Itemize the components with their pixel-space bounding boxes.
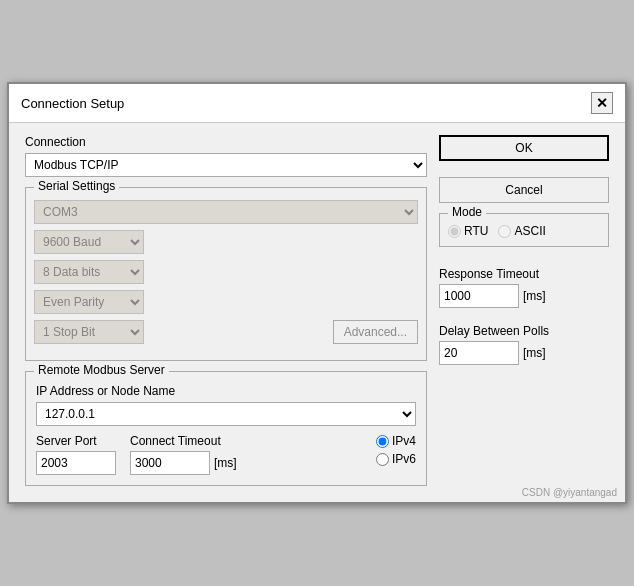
remote-modbus-label: Remote Modbus Server: [34, 363, 169, 377]
connect-timeout-row: [ms]: [130, 451, 237, 475]
serial-settings-group: Serial Settings COM3 9600 Baud: [25, 187, 427, 361]
ip-address-select[interactable]: 127.0.0.1: [36, 402, 416, 426]
delay-polls-label: Delay Between Polls: [439, 324, 609, 338]
right-panel: OK Cancel Mode RTU ASCII Resp: [439, 135, 609, 486]
ip-address-label: IP Address or Node Name: [36, 384, 416, 398]
stop-bit-select[interactable]: 1 Stop Bit: [34, 320, 144, 344]
response-timeout-group: Response Timeout [ms]: [439, 267, 609, 308]
cancel-button[interactable]: Cancel: [439, 177, 609, 203]
ascii-label[interactable]: ASCII: [498, 224, 545, 238]
rtu-label[interactable]: RTU: [448, 224, 488, 238]
serial-settings-label: Serial Settings: [34, 179, 119, 193]
connect-timeout-group: Connect Timeout [ms]: [130, 434, 237, 475]
rtu-text: RTU: [464, 224, 488, 238]
ok-button[interactable]: OK: [439, 135, 609, 161]
connect-timeout-label: Connect Timeout: [130, 434, 237, 448]
ascii-text: ASCII: [514, 224, 545, 238]
dialog-title: Connection Setup: [21, 96, 124, 111]
ipv-group: IPv4 IPv6: [376, 434, 416, 466]
left-panel: Connection Modbus TCP/IP Modbus RTU Modb…: [25, 135, 427, 486]
connection-setup-dialog: Connection Setup ✕ Connection Modbus TCP…: [7, 82, 627, 504]
ipv6-radio[interactable]: [376, 453, 389, 466]
response-timeout-input[interactable]: [439, 284, 519, 308]
parity-row: Even Parity: [34, 290, 418, 314]
data-bits-select[interactable]: 8 Data bits: [34, 260, 144, 284]
mode-group: Mode RTU ASCII: [439, 213, 609, 247]
ipv4-radio[interactable]: [376, 435, 389, 448]
ipv6-text: IPv6: [392, 452, 416, 466]
parity-select[interactable]: Even Parity: [34, 290, 144, 314]
data-bits-row: 8 Data bits: [34, 260, 418, 284]
mode-options: RTU ASCII: [448, 224, 600, 238]
connection-label: Connection: [25, 135, 427, 149]
ascii-radio[interactable]: [498, 225, 511, 238]
title-bar: Connection Setup ✕: [9, 84, 625, 123]
delay-polls-row: [ms]: [439, 341, 609, 365]
baud-row: 9600 Baud: [34, 230, 418, 254]
delay-polls-group: Delay Between Polls [ms]: [439, 324, 609, 365]
response-timeout-row: [ms]: [439, 284, 609, 308]
server-port-input[interactable]: [36, 451, 116, 475]
rtu-radio[interactable]: [448, 225, 461, 238]
ipv4-label[interactable]: IPv4: [376, 434, 416, 448]
ipv6-label[interactable]: IPv6: [376, 452, 416, 466]
server-port-label: Server Port: [36, 434, 116, 448]
mode-label: Mode: [448, 205, 486, 219]
remote-modbus-group: Remote Modbus Server IP Address or Node …: [25, 371, 427, 486]
serial-settings-inner: COM3 9600 Baud 8 Data bits: [34, 200, 418, 344]
close-button[interactable]: ✕: [591, 92, 613, 114]
ipv4-text: IPv4: [392, 434, 416, 448]
delay-polls-unit: [ms]: [523, 346, 546, 360]
connection-select[interactable]: Modbus TCP/IP Modbus RTU Modbus ASCII: [25, 153, 427, 177]
response-timeout-unit: [ms]: [523, 289, 546, 303]
response-timeout-label: Response Timeout: [439, 267, 609, 281]
server-port-group: Server Port: [36, 434, 116, 475]
delay-polls-input[interactable]: [439, 341, 519, 365]
watermark: CSDN @yiyantangad: [522, 487, 617, 498]
dialog-content: Connection Modbus TCP/IP Modbus RTU Modb…: [9, 123, 625, 502]
stop-bit-row: 1 Stop Bit Advanced...: [34, 320, 418, 344]
bottom-row: Server Port Connect Timeout [ms] I: [36, 434, 416, 475]
baud-select[interactable]: 9600 Baud: [34, 230, 144, 254]
advanced-button[interactable]: Advanced...: [333, 320, 418, 344]
connect-timeout-input[interactable]: [130, 451, 210, 475]
connect-timeout-unit: [ms]: [214, 456, 237, 470]
com-port-select[interactable]: COM3: [34, 200, 418, 224]
